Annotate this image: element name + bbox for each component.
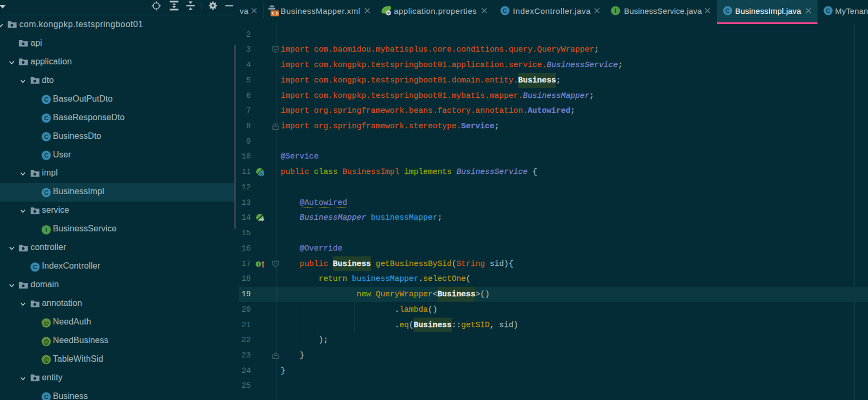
svg-text:C: C: [44, 96, 48, 103]
svg-text:C: C: [44, 134, 48, 140]
svg-text:C: C: [44, 115, 48, 121]
svg-text:C: C: [44, 152, 48, 159]
svg-text:I: I: [45, 227, 47, 233]
svg-text:C: C: [503, 7, 507, 14]
svg-text:@: @: [43, 338, 49, 345]
svg-text:C: C: [726, 7, 730, 14]
svg-text:@: @: [43, 356, 49, 363]
svg-text:C: C: [44, 189, 48, 196]
svg-text:I: I: [614, 7, 616, 14]
svg-text:C: C: [44, 394, 48, 400]
svg-text:c: c: [260, 172, 263, 177]
svg-text:C: C: [826, 7, 830, 14]
svg-text:C: C: [32, 264, 37, 270]
svg-text:I: I: [258, 262, 259, 267]
svg-text:@: @: [43, 320, 49, 326]
